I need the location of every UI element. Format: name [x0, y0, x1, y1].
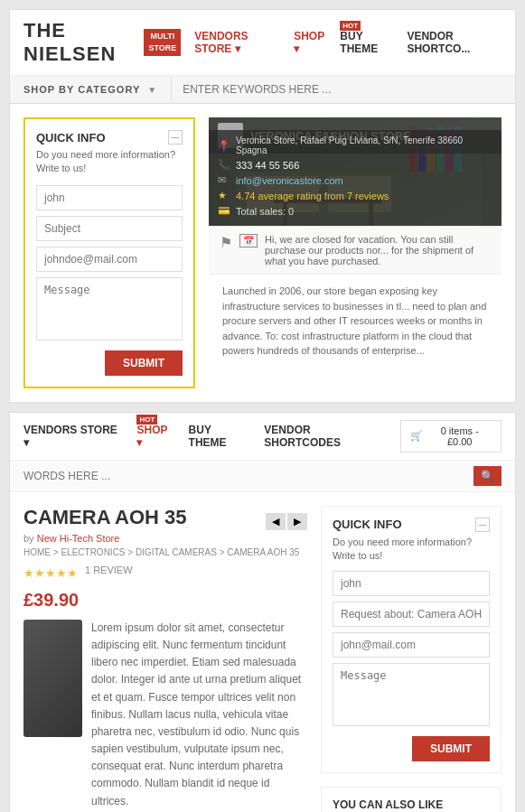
vendor-header: VERONICA FASHION STORE 📍 Veronica Store,… [209, 117, 502, 226]
calendar-icon: 📅 [239, 234, 258, 247]
logo-text: THE NIELSEN [23, 19, 138, 66]
bottom-nav-shop[interactable]: SHOP ▾ [136, 424, 174, 449]
breadcrumb: HOME > ELECTRONICS > DIGITAL CAMERAS > C… [23, 547, 307, 557]
logo[interactable]: THE NIELSEN MULTI STORE [23, 19, 181, 66]
bottom-nav-vendors[interactable]: VENDORS STORE ▾ [23, 424, 123, 449]
vendor-email[interactable]: info@veronicastore.com [236, 175, 343, 186]
search-button[interactable]: 🔍 [473, 466, 502, 486]
minimize-icon-2[interactable]: — [475, 518, 490, 532]
search-input-bottom[interactable] [23, 470, 473, 482]
flag-icon: ⚑ [220, 234, 232, 251]
subject-field[interactable] [36, 216, 183, 241]
bottom-nav: VENDORS STORE ▾ SHOP ▾ BUY THEME VENDOR … [10, 413, 515, 461]
vendor-info-panel: VERONICA FASHION STORE 📍 Veronica Store,… [209, 117, 502, 388]
nav-vendor-shortcodes[interactable]: VENDOR SHORTCO... [407, 30, 502, 55]
quick-info-2-title: QUICK INFO [333, 518, 402, 532]
card-icon: 💳 [218, 205, 230, 217]
phone-icon: 📞 [218, 159, 230, 171]
notice-bar: ⚑ 📅 Hi, we are closed for vacation. You … [209, 226, 502, 274]
product-prev-button[interactable]: ◀ [266, 513, 286, 530]
product-panel: CAMERA AOH 35 ◀ ▶ by New Hi-Tech Store H… [23, 506, 307, 812]
product-by: by New Hi-Tech Store [23, 533, 307, 544]
star-icon: ★ [218, 190, 230, 201]
vendor-rating: 4.74 average rating from 7 reviews [236, 191, 389, 201]
also-like-title: YOU CAN ALSO LIKE [333, 798, 490, 811]
bottom-nav-buy-theme[interactable]: BUY THEME [189, 424, 251, 449]
store-link[interactable]: New Hi-Tech Store [37, 533, 120, 544]
location-icon: 📍 [218, 140, 230, 152]
minimize-icon[interactable]: — [168, 130, 183, 145]
vendor-description: Launched in 2006, our store began exposi… [209, 274, 502, 368]
top-nav: VENDORS STORE ▾ SHOP ▾ BUY THEME VENDOR … [194, 30, 502, 55]
product-image [23, 620, 82, 737]
also-like-panel: YOU CAN ALSO LIKE [321, 787, 502, 812]
vendor-sales: Total sales: 0 [236, 206, 294, 217]
dropdown-arrow-icon: ▼ [147, 85, 157, 95]
bottom-nav-shortcodes[interactable]: VENDOR SHORTCODES [264, 424, 387, 449]
email-field[interactable] [36, 247, 183, 272]
review-count: 1 REVIEW [85, 565, 133, 575]
submit-button-2[interactable]: SUBMIT [412, 736, 490, 761]
subject-field-2[interactable] [333, 602, 490, 627]
quick-info-title: QUICK INFO [36, 131, 106, 145]
product-nav: ◀ ▶ [266, 513, 307, 530]
nav-vendors-store[interactable]: VENDORS STORE ▾ [194, 30, 280, 55]
quick-info-panel: QUICK INFO — Do you need more informatio… [23, 117, 195, 388]
product-description: Lorem ipsum dolor sit amet, consectetur … [91, 620, 307, 810]
cart-button[interactable]: 🛒 0 items - £0.00 [400, 420, 502, 453]
product-title: CAMERA AOH 35 [23, 506, 187, 529]
category-bar: SHOP BY CATEGORY ▼ [10, 76, 515, 104]
product-sidebar: QUICK INFO — Do you need more informatio… [321, 506, 502, 812]
logo-badge: MULTI STORE [144, 29, 181, 55]
product-next-button[interactable]: ▶ [287, 513, 307, 530]
submit-button[interactable]: SUBMIT [105, 350, 183, 376]
search-input-top[interactable] [172, 76, 515, 103]
vendor-address: Veronica Store, Rafael Puig Llviana, S/N… [236, 135, 492, 155]
quick-info-2-description: Do you need more information? Write to u… [333, 536, 490, 564]
product-price: £39.90 [23, 590, 307, 611]
bottom-search-bar: 🔍 [10, 461, 515, 492]
email-field-2[interactable] [333, 632, 490, 658]
vendor-phone: 333 44 55 566 [236, 160, 299, 171]
name-field[interactable] [36, 185, 183, 210]
message-field[interactable] [36, 277, 183, 341]
quick-info-description: Do you need more information? Write to u… [36, 148, 183, 176]
product-stars: ★★★★★ [23, 566, 78, 580]
message-field-2[interactable] [333, 663, 490, 726]
name-field-2[interactable] [333, 571, 490, 596]
nav-shop[interactable]: SHOP ▾ [294, 30, 326, 55]
cart-icon: 🛒 [410, 430, 423, 442]
shop-by-category[interactable]: SHOP BY CATEGORY ▼ [10, 77, 172, 102]
nav-buy-theme[interactable]: BUY THEME [340, 30, 393, 55]
cart-label: 0 items - £0.00 [427, 425, 492, 447]
notice-text: Hi, we are closed for vacation. You can … [265, 234, 491, 266]
quick-info-panel-2: QUICK INFO — Do you need more informatio… [321, 506, 502, 773]
email-icon: ✉ [218, 174, 230, 186]
